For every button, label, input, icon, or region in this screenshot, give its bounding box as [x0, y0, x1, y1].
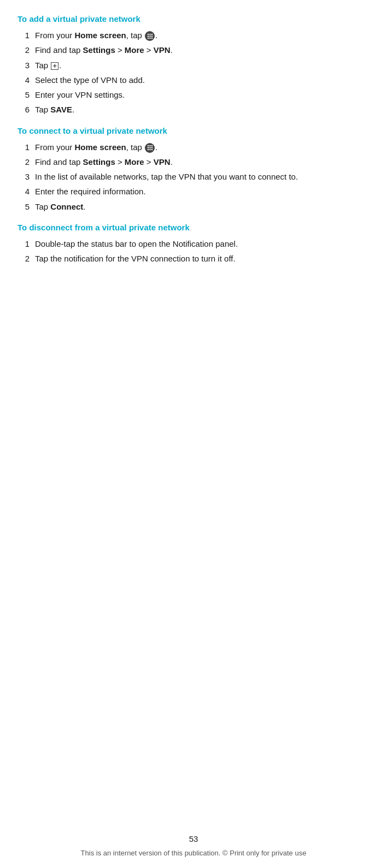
page-footer: 53 This is an internet version of this p… — [0, 834, 387, 857]
step-text: Select the type of VPN to add. — [35, 74, 145, 86]
apps-icon — [145, 31, 155, 41]
keyword: Settings — [83, 45, 115, 55]
connect-vpn-step-3: 3 In the list of available networks, tap… — [17, 170, 370, 183]
step-text: Tap +. — [35, 59, 62, 72]
disconnect-vpn-steps: 1 Double-tap the status bar to open the … — [17, 237, 370, 265]
svg-point-14 — [151, 147, 152, 148]
step-text: Find and tap Settings > More > VPN. — [35, 44, 173, 56]
connect-vpn-step-2: 2 Find and tap Settings > More > VPN. — [17, 156, 370, 168]
section-disconnect-vpn: To disconnect from a virtual private net… — [17, 223, 370, 265]
svg-point-8 — [151, 37, 152, 38]
svg-point-2 — [151, 33, 152, 34]
connect-vpn-step-5: 5 Tap Connect. — [17, 200, 370, 213]
plus-icon: + — [51, 62, 58, 70]
section-add-vpn: To add a virtual private network 1 From … — [17, 14, 370, 116]
step-number: 1 — [17, 237, 30, 250]
step-text: Find and tap Settings > More > VPN. — [35, 156, 173, 168]
keyword: VPN — [154, 45, 171, 55]
connect-vpn-steps: 1 From your Home screen, tap — [17, 141, 370, 213]
step-text: In the list of available networks, tap t… — [35, 170, 298, 183]
svg-point-15 — [147, 149, 148, 150]
svg-point-17 — [151, 149, 152, 150]
step-number: 2 — [17, 44, 30, 56]
add-vpn-step-4: 4 Select the type of VPN to add. — [17, 74, 370, 86]
svg-point-3 — [147, 35, 148, 37]
svg-point-9 — [147, 145, 148, 146]
connect-vpn-step-4: 4 Enter the required information. — [17, 185, 370, 198]
step-text: Double-tap the status bar to open the No… — [35, 237, 238, 250]
keyword: SAVE — [50, 105, 72, 114]
section-disconnect-vpn-heading: To disconnect from a virtual private net… — [17, 223, 370, 232]
step-number: 6 — [17, 103, 30, 116]
svg-point-12 — [147, 147, 148, 148]
page-number: 53 — [0, 834, 387, 843]
step-number: 2 — [17, 156, 30, 168]
step-number: 3 — [17, 59, 30, 72]
keyword: More — [125, 157, 144, 167]
step-number: 4 — [17, 74, 30, 86]
step-number: 1 — [17, 141, 30, 153]
step-text: From your Home screen, tap — [35, 141, 157, 153]
disconnect-vpn-step-1: 1 Double-tap the status bar to open the … — [17, 237, 370, 250]
svg-point-10 — [149, 145, 150, 146]
disconnect-vpn-step-2: 2 Tap the notification for the VPN conne… — [17, 252, 370, 265]
step-number: 5 — [17, 88, 30, 101]
svg-point-13 — [149, 147, 150, 148]
svg-point-4 — [149, 35, 150, 37]
add-vpn-step-5: 5 Enter your VPN settings. — [17, 88, 370, 101]
keyword: Home screen — [75, 142, 126, 152]
step-number: 1 — [17, 29, 30, 41]
section-connect-vpn: To connect to a virtual private network … — [17, 126, 370, 213]
keyword: VPN — [154, 157, 171, 167]
svg-point-0 — [147, 33, 148, 34]
svg-point-7 — [149, 37, 150, 38]
svg-point-16 — [149, 149, 150, 150]
keyword: Settings — [83, 157, 115, 167]
svg-point-11 — [151, 145, 152, 146]
keyword: More — [125, 45, 144, 55]
svg-point-1 — [149, 33, 150, 34]
step-number: 3 — [17, 170, 30, 183]
add-vpn-step-2: 2 Find and tap Settings > More > VPN. — [17, 44, 370, 56]
keyword: Connect — [50, 202, 83, 211]
svg-point-5 — [151, 35, 152, 37]
page-content: To add a virtual private network 1 From … — [0, 0, 387, 301]
step-text: Enter the required information. — [35, 185, 146, 198]
keyword: Home screen — [75, 31, 126, 40]
step-text: Tap Connect. — [35, 200, 86, 213]
svg-point-6 — [147, 37, 148, 38]
step-text: Tap the notification for the VPN connect… — [35, 252, 236, 265]
add-vpn-step-1: 1 From your Home screen, tap — [17, 29, 370, 41]
section-connect-vpn-heading: To connect to a virtual private network — [17, 126, 370, 135]
footer-note: This is an internet version of this publ… — [81, 849, 307, 857]
step-text: Enter your VPN settings. — [35, 88, 125, 101]
step-text: Tap SAVE. — [35, 103, 74, 116]
add-vpn-step-6: 6 Tap SAVE. — [17, 103, 370, 116]
step-number: 4 — [17, 185, 30, 198]
connect-vpn-step-1: 1 From your Home screen, tap — [17, 141, 370, 153]
step-text: From your Home screen, tap — [35, 29, 157, 41]
step-number: 5 — [17, 200, 30, 213]
step-number: 2 — [17, 252, 30, 265]
add-vpn-step-3: 3 Tap +. — [17, 59, 370, 72]
add-vpn-steps: 1 From your Home screen, tap — [17, 29, 370, 116]
apps-icon — [145, 143, 155, 153]
section-add-vpn-heading: To add a virtual private network — [17, 14, 370, 23]
